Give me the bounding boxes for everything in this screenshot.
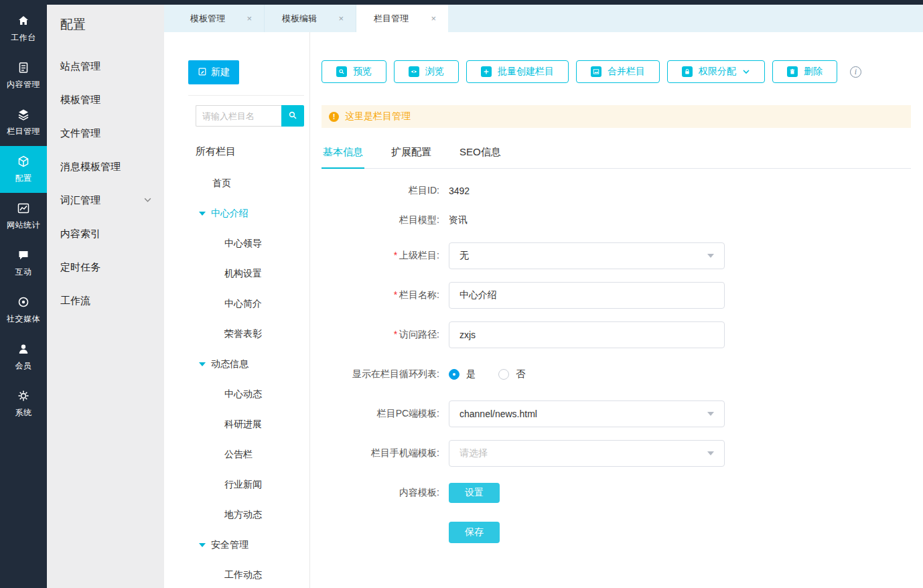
radio-yes[interactable]: [449, 369, 459, 380]
select-placeholder: 请选择: [459, 447, 488, 459]
tree-node[interactable]: 地方动态: [196, 500, 304, 530]
column-name-input[interactable]: [449, 282, 725, 309]
sidebar-item-system[interactable]: 系统: [0, 380, 47, 427]
submenu-item-files[interactable]: 文件管理: [47, 117, 164, 150]
form-row-content-template: 内容模板: 设置: [322, 480, 911, 506]
tree-node[interactable]: 公告栏: [196, 439, 304, 469]
info-icon[interactable]: i: [850, 66, 861, 78]
toolbar: 预览 浏览 批量创建栏目 合并栏目 权限分配: [322, 60, 911, 83]
edit-square-icon: [198, 67, 207, 78]
field-label: 显示在栏目循环列表:: [322, 368, 449, 380]
submenu-item-sites[interactable]: 站点管理: [47, 50, 164, 83]
submenu-item-templates[interactable]: 模板管理: [47, 83, 164, 117]
form-row-column-id: 栏目ID: 3492: [322, 183, 911, 198]
required-mark: *: [394, 329, 397, 340]
plus-icon: [481, 66, 492, 77]
tree-node[interactable]: 科研进展: [196, 409, 304, 439]
preview-button[interactable]: 预览: [322, 60, 386, 83]
tree-node[interactable]: 机构设置: [196, 259, 304, 289]
expand-arrow-icon[interactable]: [199, 543, 206, 547]
tab-basic-info[interactable]: 基本信息: [322, 139, 364, 169]
close-icon[interactable]: ×: [431, 13, 436, 23]
column-detail-panel: 预览 浏览 批量创建栏目 合并栏目 权限分配: [310, 32, 923, 588]
new-column-button[interactable]: 新建: [188, 60, 239, 84]
merge-image-icon: [591, 66, 601, 77]
chevron-down-icon: [707, 254, 714, 258]
required-mark: *: [394, 289, 397, 300]
trash-icon: [787, 66, 798, 77]
radio-yes-label[interactable]: 是: [466, 368, 476, 380]
radio-no-label[interactable]: 否: [516, 368, 525, 380]
permissions-button[interactable]: 权限分配: [667, 60, 765, 83]
form-row-column-model: 栏目模型: 资讯: [322, 213, 911, 228]
tree-node[interactable]: 中心领导: [196, 228, 304, 259]
detail-tabs: 基本信息 扩展配置 SEO信息: [322, 139, 911, 169]
tree-node[interactable]: 荣誉表彰: [196, 319, 304, 349]
close-icon[interactable]: ×: [338, 13, 344, 23]
field-label: 栏目手机端模板:: [322, 447, 449, 459]
column-tree-panel: 新建 所有栏目 首页 中心介绍 中心领导 机构设置 中心简介 荣誉表彰 动态信息…: [164, 32, 310, 588]
layers-icon: [17, 108, 30, 121]
tab-template-management[interactable]: 模板管理 ×: [173, 5, 265, 32]
field-label: 栏目ID:: [322, 185, 449, 197]
mobile-template-select[interactable]: 请选择: [449, 440, 725, 467]
tree-root-all-columns[interactable]: 所有栏目: [196, 135, 304, 168]
access-path-input[interactable]: [449, 321, 725, 348]
tree-node[interactable]: 行业新闻: [196, 469, 304, 500]
delete-button[interactable]: 删除: [772, 60, 837, 83]
sidebar-item-social[interactable]: 社交媒体: [0, 287, 47, 334]
sidebar-item-workbench[interactable]: 工作台: [0, 5, 47, 52]
browse-button[interactable]: 浏览: [394, 60, 459, 83]
form-row-mobile-template: 栏目手机端模板: 请选择: [322, 440, 911, 467]
batch-create-columns-button[interactable]: 批量创建栏目: [466, 60, 569, 83]
tab-column-management[interactable]: 栏目管理 ×: [356, 5, 448, 32]
tab-seo-info[interactable]: SEO信息: [458, 139, 502, 169]
submenu-item-message-templates[interactable]: 消息模板管理: [47, 150, 164, 183]
submenu-item-workflow[interactable]: 工作流: [47, 284, 164, 317]
submenu-item-scheduled-tasks[interactable]: 定时任务: [47, 250, 164, 284]
submenu-item-content-index[interactable]: 内容索引: [47, 217, 164, 250]
expand-arrow-icon[interactable]: [199, 212, 206, 216]
sidebar-item-interaction[interactable]: 互动: [0, 240, 47, 287]
content-template-settings-button[interactable]: 设置: [449, 483, 500, 503]
tab-template-edit[interactable]: 模板编辑 ×: [265, 5, 356, 32]
field-label: *栏目名称:: [322, 289, 449, 301]
pc-template-select[interactable]: channel/news.html: [449, 400, 725, 427]
column-search-input[interactable]: [196, 105, 281, 127]
sidebar-item-content[interactable]: 内容管理: [0, 52, 47, 99]
tree-node[interactable]: 动态信息: [196, 349, 304, 379]
field-label: 内容模板:: [322, 487, 449, 499]
sidebar-item-statistics[interactable]: 网站统计: [0, 193, 47, 240]
form-row-save: 保存: [322, 519, 911, 546]
preview-search-icon: [336, 66, 347, 77]
select-value: channel/news.html: [459, 409, 537, 419]
parent-column-select[interactable]: 无: [449, 242, 725, 269]
column-form: 栏目ID: 3492 栏目模型: 资讯 *上级栏目: 无 *栏目名称:: [322, 183, 911, 546]
radio-no[interactable]: [498, 369, 509, 380]
tree-node[interactable]: 中心动态: [196, 379, 304, 409]
tree-node[interactable]: 中心简介: [196, 289, 304, 319]
chevron-down-icon: [143, 195, 152, 206]
form-row-pc-template: 栏目PC端模板: channel/news.html: [322, 400, 911, 427]
tree-node[interactable]: 工作动态: [196, 560, 304, 588]
sidebar-item-config[interactable]: 配置: [0, 146, 47, 193]
tree-node[interactable]: 安全管理: [196, 530, 304, 560]
save-button[interactable]: 保存: [449, 522, 500, 543]
search-button[interactable]: [281, 105, 304, 127]
target-icon: [17, 295, 30, 309]
expand-arrow-icon[interactable]: [199, 362, 206, 366]
sidebar-item-columns[interactable]: 栏目管理: [0, 99, 47, 146]
chevron-down-icon: [742, 68, 750, 76]
home-icon: [17, 14, 30, 27]
chevron-down-icon: [707, 451, 714, 455]
merge-columns-button[interactable]: 合并栏目: [576, 60, 660, 83]
tree-node-selected[interactable]: 中心介绍: [196, 198, 304, 228]
chart-icon: [17, 202, 30, 215]
tree-node[interactable]: 首页: [196, 168, 304, 198]
form-row-show-in-loop: 显示在栏目循环列表: 是 否: [322, 361, 911, 388]
sidebar-item-members[interactable]: 会员: [0, 334, 47, 380]
lock-icon: [682, 66, 693, 77]
tab-extended-config[interactable]: 扩展配置: [390, 139, 433, 169]
submenu-item-vocabulary[interactable]: 词汇管理: [47, 183, 164, 217]
close-icon[interactable]: ×: [246, 13, 252, 23]
